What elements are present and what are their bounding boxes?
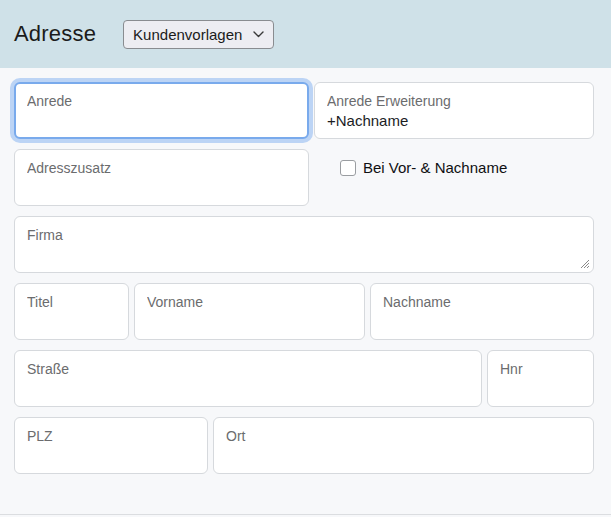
anrede-erweiterung-value: +Nachname <box>327 112 581 129</box>
row-anrede: Anrede Anrede Erweiterung +Nachname <box>14 82 594 139</box>
ort-label: Ort <box>226 428 581 444</box>
customer-template-select[interactable]: Kundenvorlagen <box>123 20 274 49</box>
ort-input[interactable]: Ort <box>213 417 594 474</box>
header: Adresse Kundenvorlagen <box>0 0 611 68</box>
nachname-input[interactable]: Nachname <box>370 283 594 340</box>
page-title: Adresse <box>14 21 96 47</box>
vor-nachname-checkbox-group[interactable]: Bei Vor- & Nachname <box>340 149 507 206</box>
anrede-erweiterung-input[interactable]: Anrede Erweiterung +Nachname <box>314 82 594 139</box>
row-firma: Firma <box>14 216 594 273</box>
nachname-label: Nachname <box>383 294 581 310</box>
chevron-down-icon <box>253 31 264 38</box>
firma-label: Firma <box>27 227 581 243</box>
vorname-input[interactable]: Vorname <box>134 283 365 340</box>
customer-template-select-value: Kundenvorlagen <box>133 26 242 43</box>
vorname-label: Vorname <box>147 294 352 310</box>
titel-input[interactable]: Titel <box>14 283 129 340</box>
adresszusatz-input[interactable]: Adresszusatz <box>14 149 309 206</box>
strasse-label: Straße <box>27 361 469 377</box>
hnr-input[interactable]: Hnr <box>487 350 594 407</box>
row-plz-ort: PLZ Ort <box>14 417 594 474</box>
bottom-divider <box>0 514 611 515</box>
strasse-input[interactable]: Straße <box>14 350 482 407</box>
titel-label: Titel <box>27 294 116 310</box>
vor-nachname-checkbox[interactable] <box>340 160 356 176</box>
vor-nachname-checkbox-label: Bei Vor- & Nachname <box>363 159 507 177</box>
anrede-label: Anrede <box>27 93 296 109</box>
row-adresszusatz: Adresszusatz Bei Vor- & Nachname <box>14 149 594 206</box>
anrede-erweiterung-label: Anrede Erweiterung <box>327 93 581 109</box>
firma-textarea[interactable]: Firma <box>14 216 594 273</box>
resize-handle-icon[interactable] <box>579 258 590 269</box>
address-form: Anrede Anrede Erweiterung +Nachname Adre… <box>0 68 611 474</box>
plz-label: PLZ <box>27 428 195 444</box>
plz-input[interactable]: PLZ <box>14 417 208 474</box>
anrede-input[interactable]: Anrede <box>14 82 309 139</box>
row-strasse: Straße Hnr <box>14 350 594 407</box>
row-name: Titel Vorname Nachname <box>14 283 594 340</box>
hnr-label: Hnr <box>500 361 581 377</box>
adresszusatz-label: Adresszusatz <box>27 160 296 176</box>
